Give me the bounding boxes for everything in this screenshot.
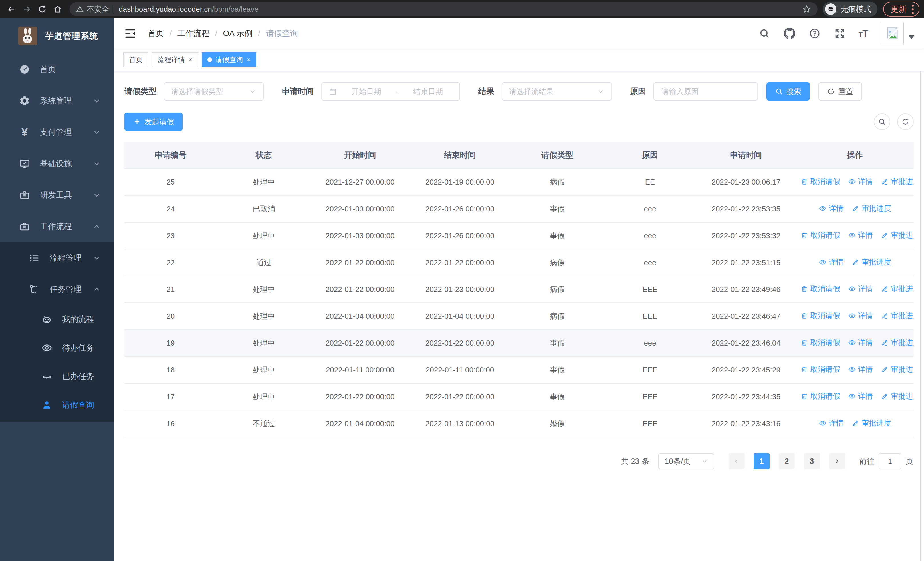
browser-reload-button[interactable] (35, 2, 49, 16)
reason-input[interactable] (661, 87, 750, 96)
table-row[interactable]: 18处理中2022-01-11 00:00:002022-01-11 00:00… (124, 356, 914, 384)
bookmark-star-icon[interactable] (802, 5, 811, 14)
action-progress-link[interactable]: 审批进度 (852, 203, 891, 214)
action-cancel-link[interactable]: 取消请假 (801, 364, 840, 375)
browser-home-button[interactable] (51, 2, 64, 16)
action-progress-link[interactable]: 审批进度 (881, 391, 914, 401)
url-bar[interactable]: 不安全 dashboard.yudao.iocoder.cn /bpm/oa/l… (70, 2, 818, 16)
action-cancel-link[interactable]: 取消请假 (801, 311, 840, 321)
action-detail-link[interactable]: 详情 (848, 338, 873, 347)
action-detail-link[interactable]: 详情 (819, 203, 843, 214)
table-row[interactable]: 16不通过2022-01-04 00:00:002022-01-13 00:00… (124, 410, 914, 437)
sidebar-item-my-process[interactable]: 我的流程 (0, 305, 114, 334)
not-secure-warning-icon (76, 5, 84, 13)
action-progress-link[interactable]: 审批进度 (852, 418, 891, 428)
table-row[interactable]: 17处理中2022-01-22 00:00:002022-01-22 00:00… (124, 384, 914, 410)
sidebar-item-workflow[interactable]: 工作流程 (0, 211, 114, 242)
close-icon[interactable]: × (246, 56, 250, 63)
page-button-3[interactable]: 3 (804, 453, 820, 469)
action-detail-link[interactable]: 详情 (848, 284, 873, 294)
action-progress-link[interactable]: 审批进度 (881, 364, 914, 375)
help-icon[interactable] (808, 27, 821, 40)
page-button-1[interactable]: 1 (754, 453, 770, 469)
page-button-2[interactable]: 2 (779, 453, 795, 469)
leave-type-select[interactable]: 请选择请假类型 (164, 82, 264, 101)
cell-leave_type: 事假 (510, 356, 604, 384)
search-button[interactable]: 搜索 (766, 82, 810, 101)
eye-icon (848, 339, 856, 346)
action-progress-link[interactable]: 审批进度 (852, 257, 891, 267)
sidebar-item-system[interactable]: 系统管理 (0, 85, 114, 117)
browser-update-menu-button[interactable]: 更新 (883, 2, 920, 17)
tab-home[interactable]: 首页 (123, 52, 148, 67)
action-progress-link[interactable]: 审批进度 (881, 284, 914, 294)
action-cancel-link[interactable]: 取消请假 (801, 230, 840, 240)
table-row[interactable]: 20处理中2022-01-04 00:00:002022-01-04 00:00… (124, 303, 914, 329)
font-size-icon[interactable]: TT (859, 28, 868, 39)
github-icon[interactable] (783, 27, 796, 40)
prev-page-button[interactable] (729, 453, 744, 469)
action-cancel-link[interactable]: 取消请假 (801, 338, 840, 347)
table-row[interactable]: 22通过2022-01-22 00:00:002022-01-22 00:00:… (124, 249, 914, 276)
scrollbar-track[interactable] (920, 18, 921, 561)
breadcrumb-item[interactable]: OA 示例 (223, 28, 252, 39)
sidebar-item-payment[interactable]: ¥ 支付管理 (0, 117, 114, 148)
tab-process-detail[interactable]: 流程详情 × (152, 52, 198, 67)
browser-back-button[interactable] (4, 2, 18, 16)
cell-leave_type: 事假 (510, 329, 604, 356)
action-detail-link[interactable]: 详情 (819, 418, 843, 428)
sidebar-item-done-tasks[interactable]: 已办任务 (0, 362, 114, 391)
sidebar-item-process-mgmt[interactable]: 流程管理 (0, 242, 114, 274)
action-progress-link[interactable]: 审批进度 (881, 311, 914, 321)
action-detail-link[interactable]: 详情 (848, 391, 873, 401)
header-search-icon[interactable] (758, 27, 771, 40)
sidebar-item-task-mgmt[interactable]: 任务管理 (0, 274, 114, 305)
action-detail-link[interactable]: 详情 (848, 176, 873, 186)
sidebar-item-leave-query[interactable]: 请假查询 (0, 391, 114, 419)
sidebar-item-devtools[interactable]: 研发工具 (0, 179, 114, 211)
tab-leave-query[interactable]: 请假查询 × (202, 52, 256, 67)
action-cancel-link[interactable]: 取消请假 (801, 176, 840, 186)
table-row[interactable]: 25处理中2021-12-27 00:00:002022-01-19 00:00… (124, 168, 914, 196)
result-select[interactable]: 请选择流结果 (502, 82, 612, 101)
page-size-select[interactable]: 10条/页 (658, 453, 714, 469)
next-page-button[interactable] (829, 453, 845, 469)
toggle-search-button[interactable] (874, 113, 890, 130)
browser-forward-button[interactable] (20, 2, 34, 16)
apply-time-range-picker[interactable]: 开始日期 - 结束日期 (321, 82, 460, 101)
action-progress-link[interactable]: 审批进度 (881, 230, 914, 240)
sidebar: 芋道管理系统 首页 系统管理 ¥ 支付管理 基础设施 (0, 18, 114, 561)
action-detail-link[interactable]: 详情 (848, 364, 873, 375)
sidebar-item-infra[interactable]: 基础设施 (0, 148, 114, 179)
refresh-table-button[interactable] (897, 113, 914, 130)
breadcrumb-item[interactable]: 首页 (148, 28, 164, 39)
tags-view-bar: 首页 流程详情 × 请假查询 × (114, 48, 924, 71)
action-cancel-link[interactable]: 取消请假 (801, 284, 840, 294)
action-detail-link[interactable]: 详情 (848, 230, 873, 240)
action-detail-link[interactable]: 详情 (848, 311, 873, 321)
table-row[interactable]: 23处理中2022-01-03 00:00:002022-01-26 00:00… (124, 222, 914, 249)
reset-button[interactable]: 重置 (818, 82, 862, 101)
avatar[interactable] (880, 22, 904, 45)
cell-reason: EEE (604, 356, 696, 384)
close-icon[interactable]: × (188, 56, 193, 63)
breadcrumb-item[interactable]: 工作流程 (177, 28, 210, 39)
cell-end_time: 2022-01-22 00:00:00 (410, 249, 510, 276)
table-row[interactable]: 19处理中2022-01-22 00:00:002022-01-22 00:00… (124, 329, 914, 356)
user-menu[interactable] (880, 22, 914, 45)
table-row[interactable]: 24已取消2022-01-03 00:00:002022-01-26 00:00… (124, 196, 914, 222)
create-leave-button[interactable]: 发起请假 (124, 113, 183, 131)
fullscreen-icon[interactable] (834, 27, 846, 40)
goto-page-input[interactable] (879, 453, 902, 469)
sidebar-item-home[interactable]: 首页 (0, 54, 114, 85)
sidebar-item-todo-tasks[interactable]: 待办任务 (0, 334, 114, 362)
leave-type-label: 请假类型 (124, 86, 156, 97)
logo-row[interactable]: 芋道管理系统 (0, 18, 114, 54)
action-progress-link[interactable]: 审批进度 (881, 176, 914, 186)
action-detail-link[interactable]: 详情 (819, 257, 843, 267)
action-progress-link[interactable]: 审批进度 (881, 338, 914, 347)
table-row[interactable]: 21处理中2022-01-22 00:00:002022-01-23 00:00… (124, 276, 914, 303)
browser-menu-dots-icon[interactable] (912, 5, 914, 14)
sidebar-collapse-icon[interactable] (124, 27, 136, 40)
action-cancel-link[interactable]: 取消请假 (801, 391, 840, 401)
